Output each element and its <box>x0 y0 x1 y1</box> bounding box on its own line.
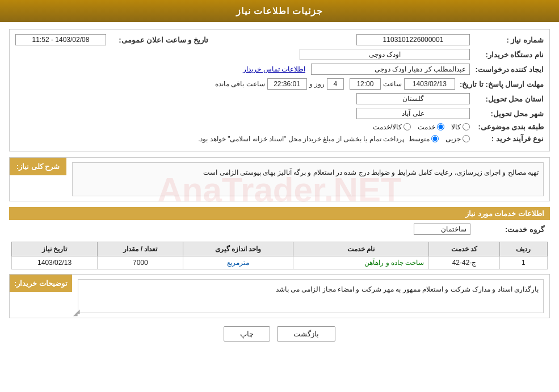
mohlat-rooz: 4 <box>327 78 344 90</box>
khadamat-header-label: اطلاعات خدمات مورد نیاز <box>465 209 544 218</box>
ostan-value: گلستان <box>356 93 470 104</box>
mohlat-date: 1403/02/13 <box>404 78 455 90</box>
sharh-niaz-label: شرح کلی نیاز: <box>16 162 60 171</box>
noe-motawaset: متوسط <box>409 135 439 143</box>
col-radif: ردیف <box>499 242 547 256</box>
ijad-konande-value: عبدالمطلب کر دهیار اودک دوجی <box>311 64 470 75</box>
sharh-niaz-value: تهیه مصالح و اجرای زیرسازی، رعایت کامل ش… <box>72 162 544 196</box>
tabaqe-radio-group: کالا خدمت کالا/خدمت <box>373 123 470 131</box>
ostan-label: استان محل تحویل: <box>470 95 544 103</box>
khadamat-header: اطلاعات خدمات مورد نیاز <box>9 207 550 220</box>
col-name: نام خدمت <box>293 242 428 256</box>
radio-motawaset-label: متوسط <box>409 135 430 143</box>
noe-farayand-row: نوع فرآیند خرید : جزیی متوسط پرداخت تمام… <box>15 134 544 143</box>
tarekh-alan-value: 1403/02/08 - 11:52 <box>15 34 106 45</box>
cell-name: ساخت جاده و راهآهن <box>293 256 428 269</box>
goroh-label: گروه خدمت: <box>470 225 544 234</box>
saat-mande-label: ساعت باقی مانده <box>213 80 267 88</box>
shahr-value: علی آباد <box>356 108 470 119</box>
naam-dastgah-value: اودک دوجی <box>300 49 470 60</box>
mohlat-saat: 12:00 <box>350 78 381 90</box>
radio-kala-khadamat[interactable] <box>404 123 411 130</box>
back-button[interactable]: بازگشت <box>277 326 335 342</box>
cell-quantity: 7000 <box>98 256 183 269</box>
buyer-note-section: بارگذاری اسناد و مدارک شرکت و استعلام مم… <box>9 274 550 318</box>
rooz-label: روز و <box>307 80 327 88</box>
services-table: ردیف کد خدمت نام خدمت واحد اندازه گیری ت… <box>11 242 548 269</box>
ijad-konande-label: ایجاد کننده درخواست: <box>470 65 544 74</box>
col-unit: واحد اندازه گیری <box>183 242 293 256</box>
page-header: جزئیات اطلاعات نیاز <box>0 0 559 22</box>
tabaqe-label: طبقه بندی موضوعی: <box>470 123 544 131</box>
shomara-row: شماره نیاز : 1103101226000001 تاریخ و سا… <box>15 34 544 45</box>
noe-farayand-radio-group: جزیی متوسط <box>409 135 470 143</box>
buyer-note-value: بارگذاری اسناد و مدارک شرکت و استعلام مم… <box>78 279 544 313</box>
print-button[interactable]: چاپ <box>224 326 270 342</box>
cell-code: ج-42-42 <box>429 256 499 269</box>
goroh-value: ساختمان <box>414 224 470 235</box>
tabaqe-kala-khadamat: کالا/خدمت <box>373 123 411 131</box>
radio-khadamat-label: خدمت <box>418 123 435 131</box>
services-table-container: ردیف کد خدمت نام خدمت واحد اندازه گیری ت… <box>9 242 550 274</box>
cell-radif: 1 <box>499 256 547 269</box>
shomara-niaz-label: شماره نیاز : <box>470 36 544 44</box>
sharh-niaz-section: تهیه مصالح و اجرای زیرسازی، رعایت کامل ش… <box>9 157 550 201</box>
radio-kala-label: کالا <box>451 123 461 131</box>
table-row: 1 ج-42-42 ساخت جاده و راهآهن مترمربع 700… <box>12 256 548 269</box>
saat-label: ساعت <box>381 80 404 88</box>
ostan-row: استان محل تحویل: گلستان <box>15 93 544 104</box>
radio-jozi[interactable] <box>463 135 470 142</box>
radio-motawaset[interactable] <box>431 135 439 142</box>
goroh-row: گروه خدمت: ساختمان <box>9 220 550 238</box>
noe-farayand-label: نوع فرآیند خرید : <box>470 134 544 143</box>
tabaqe-kala: کالا <box>451 123 470 131</box>
radio-kala[interactable] <box>463 123 470 130</box>
tamas-link[interactable]: اطلاعات تماس خریدار <box>243 65 305 73</box>
tabaqe-khadamat: خدمت <box>418 123 444 131</box>
tabaqe-row: طبقه بندی موضوعی: کالا خدمت کالا/خدمت <box>15 123 544 131</box>
mohlat-label: مهلت ارسال پاسخ: تا تاریخ: <box>455 80 544 88</box>
mohlat-saat-mande: 22:36:01 <box>267 78 307 90</box>
col-quantity: تعداد / مقدار <box>98 242 183 256</box>
cell-unit: مترمربع <box>183 256 293 269</box>
radio-khadamat[interactable] <box>437 123 444 130</box>
col-code: کد خدمت <box>429 242 499 256</box>
radio-jozi-label: جزیی <box>445 135 461 143</box>
noe-farayand-note: پرداخت تمام یا بخشی از مبلغ خریداز محل "… <box>194 135 409 143</box>
cell-date: 1403/02/13 <box>12 256 98 269</box>
radio-kala-khadamat-label: کالا/خدمت <box>373 123 402 131</box>
resize-handle: ◢ <box>75 308 80 314</box>
col-date: تاریخ نیاز <box>12 242 98 256</box>
naam-dastgah-row: نام دستگاه خریدار: اودک دوجی <box>15 49 544 60</box>
main-info-section: شماره نیاز : 1103101226000001 تاریخ و سا… <box>9 29 550 151</box>
ijad-konande-row: ایجاد کننده درخواست: عبدالمطلب کر دهیار … <box>15 64 544 75</box>
noe-jozi: جزیی <box>445 135 470 143</box>
buyer-note-label: توضیحات خریدار: <box>14 279 68 288</box>
shomara-niaz-value: 1103101226000001 <box>356 34 470 45</box>
naam-dastgah-label: نام دستگاه خریدار: <box>470 50 544 59</box>
buttons-row: بازگشت چاپ <box>9 326 550 342</box>
page-title: جزئیات اطلاعات نیاز <box>236 6 323 16</box>
shahr-row: شهر محل تحویل: علی آباد <box>15 108 544 119</box>
tarekh-alan-label: تاریخ و ساعت اعلان عمومی: <box>106 36 208 44</box>
mohlat-row: مهلت ارسال پاسخ: تا تاریخ: 1403/02/13 سا… <box>15 78 544 90</box>
shahr-label: شهر محل تحویل: <box>470 109 544 118</box>
